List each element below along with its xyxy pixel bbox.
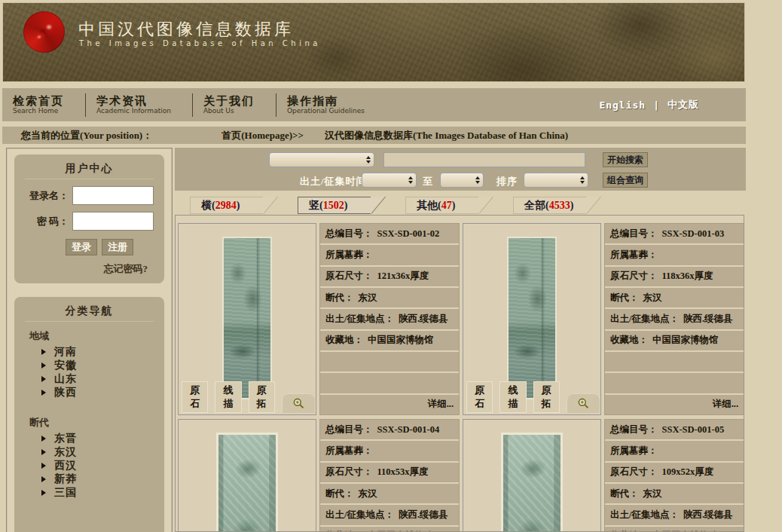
category-item-xinmang[interactable]: 新莽 <box>41 472 164 486</box>
site-title: 中国汉代图像信息数据库 <box>78 18 294 41</box>
catalog-no: SSX-SD-001-02 <box>377 228 440 240</box>
result-tabs: 横(2984) 竖(1502) 其他(47) 全部(4533) <box>190 197 621 214</box>
artifact-thumbnail[interactable] <box>501 433 563 532</box>
login-name-label: 登录名： <box>22 189 69 203</box>
tab-count: 1502 <box>323 200 344 212</box>
field-label: 断代： <box>610 292 639 304</box>
tab-count: 47 <box>441 200 452 212</box>
period: 东汉 <box>359 292 377 304</box>
category-item-henan[interactable]: 河南 <box>41 345 164 359</box>
field-label: 出土/征集地点： <box>610 313 679 326</box>
nav-academic-information[interactable]: 学术资讯 Academic Information <box>85 93 192 117</box>
view-rubbing-button[interactable]: 原拓 <box>533 381 560 413</box>
detail-link[interactable]: 详细... <box>428 398 454 411</box>
breadcrumb-position-label: 您当前的位置(Your position)： <box>21 129 152 142</box>
empty-row <box>605 373 744 394</box>
category-item-anhui[interactable]: 安徽 <box>41 359 164 372</box>
tab-all[interactable]: 全部(4533) <box>513 197 586 214</box>
view-line-drawing-button[interactable]: 线描 <box>499 381 526 413</box>
period: 东汉 <box>643 488 662 500</box>
excavation-site: 陕西.绥德县 <box>399 313 448 326</box>
year-to-select[interactable] <box>440 173 484 188</box>
breadcrumb-home-link[interactable]: 首页(Homepage)>> <box>221 129 304 142</box>
login-name-input[interactable] <box>72 186 154 205</box>
tab-horizontal[interactable]: 横(2984) <box>190 197 263 214</box>
lang-english-link[interactable]: English <box>599 99 646 111</box>
excavation-site: 陕西.绥德县 <box>683 509 733 521</box>
empty-row <box>320 352 459 373</box>
category-select[interactable] <box>269 152 374 167</box>
card-info: 总编目号：SSX-SD-001-02 所属墓葬： 原石尺寸：121x36x厚度 … <box>319 223 460 415</box>
detail-link[interactable]: 详细... <box>713 398 738 411</box>
artifact-thumbnail[interactable] <box>222 237 272 399</box>
stepper-arrows-icon <box>580 176 585 184</box>
nav-label-zh: 关于我们 <box>203 95 255 107</box>
magnifier-icon <box>292 397 305 410</box>
field-label: 断代： <box>325 292 354 304</box>
tab-vertical[interactable]: 竖(1502) <box>298 197 371 214</box>
field-label: 出土/征集地点： <box>325 313 394 326</box>
category-nav-title: 分类导航 <box>25 297 154 322</box>
view-line-drawing-button[interactable]: 线描 <box>215 381 241 413</box>
zoom-button[interactable] <box>282 393 316 413</box>
user-center-panel: 用户中心 登录名： 密 码： 登录 注册 忘记密码? <box>14 154 164 283</box>
forgot-password-link[interactable]: 忘记密码? <box>14 262 148 276</box>
sort-label: 排序 <box>496 175 518 188</box>
field-label: 总编目号： <box>610 423 658 436</box>
year-from-select[interactable] <box>362 173 417 188</box>
period: 东汉 <box>643 292 662 304</box>
site-header: 中国汉代图像信息数据库 The Images Database of Han C… <box>2 2 745 82</box>
tab-other[interactable]: 其他(47) <box>405 197 478 214</box>
field-label: 总编目号： <box>610 228 658 240</box>
lang-chinese-link[interactable]: 中文版 <box>667 98 699 112</box>
triangle-bullet-icon <box>41 449 46 455</box>
keyword-input[interactable] <box>383 152 585 167</box>
field-label: 断代： <box>325 488 354 500</box>
category-item-sanguo[interactable]: 三国 <box>41 486 164 500</box>
stone-size: 121x36x厚度 <box>377 270 429 283</box>
results-area: 原石 线描 原拓 总编目号：SSX-SD-001-02 所属墓葬： <box>175 215 744 532</box>
category-item-xihan[interactable]: 西汉 <box>41 459 164 472</box>
artifact-thumbnail[interactable] <box>216 433 278 532</box>
nav-search-home[interactable]: 检索首页 Search Home <box>2 93 85 117</box>
triangle-bullet-icon <box>41 376 46 382</box>
category-item-shaanxi[interactable]: 陕西 <box>41 386 164 399</box>
nav-label-en: Academic Information <box>96 107 171 115</box>
field-label: 原石尺寸： <box>610 270 658 283</box>
catalog-no: SSX-SD-001-04 <box>377 424 440 436</box>
password-input[interactable] <box>72 212 154 231</box>
view-rubbing-button[interactable]: 原拓 <box>249 381 275 413</box>
field-label: 收藏地： <box>325 334 363 347</box>
login-button[interactable]: 登录 <box>66 239 97 255</box>
nav-label-en: Search Home <box>13 107 64 115</box>
collection-place: 中国国家博物馆 <box>652 334 719 347</box>
category-item-shandong[interactable]: 山东 <box>41 372 164 386</box>
start-search-button[interactable]: 开始搜索 <box>603 152 648 167</box>
catalog-no: SSX-SD-001-05 <box>662 424 725 436</box>
period: 东汉 <box>359 488 377 500</box>
language-switch: English | 中文版 <box>599 98 699 112</box>
nav-operational-guidelines[interactable]: 操作指南 Operational Guidelines <box>276 93 386 117</box>
nav-about-us[interactable]: 关于我们 About Us <box>192 93 276 117</box>
main-nav: 检索首页 Search Home 学术资讯 Academic Informati… <box>2 88 746 121</box>
page: 中国汉代图像信息数据库 The Images Database of Han C… <box>0 0 782 532</box>
empty-row <box>605 352 744 373</box>
combined-query-button[interactable]: 组合查询 <box>603 173 648 188</box>
card-info: 总编目号：SSX-SD-001-04 所属墓葬： 原石尺寸：110x53x厚度 … <box>319 419 460 532</box>
sort-select[interactable] <box>524 173 588 188</box>
category-item-dongjin[interactable]: 东晋 <box>41 432 164 445</box>
zoom-button[interactable] <box>567 393 600 413</box>
view-stone-button[interactable]: 原石 <box>466 381 493 413</box>
empty-row <box>320 373 459 394</box>
artifact-thumbnail[interactable] <box>507 237 557 399</box>
breadcrumb: 您当前的位置(Your position)： 首页(Homepage)>> 汉代… <box>2 127 746 144</box>
triangle-bullet-icon <box>41 390 46 396</box>
field-label: 总编目号： <box>325 423 373 436</box>
view-stone-button[interactable]: 原石 <box>182 381 208 413</box>
triangle-bullet-icon <box>41 476 46 482</box>
password-label: 密 码： <box>22 215 69 228</box>
register-button[interactable]: 注册 <box>102 239 133 255</box>
field-label: 所属墓葬： <box>610 445 658 457</box>
field-label: 所属墓葬： <box>325 445 373 457</box>
category-item-donghan[interactable]: 东汉 <box>41 445 164 459</box>
